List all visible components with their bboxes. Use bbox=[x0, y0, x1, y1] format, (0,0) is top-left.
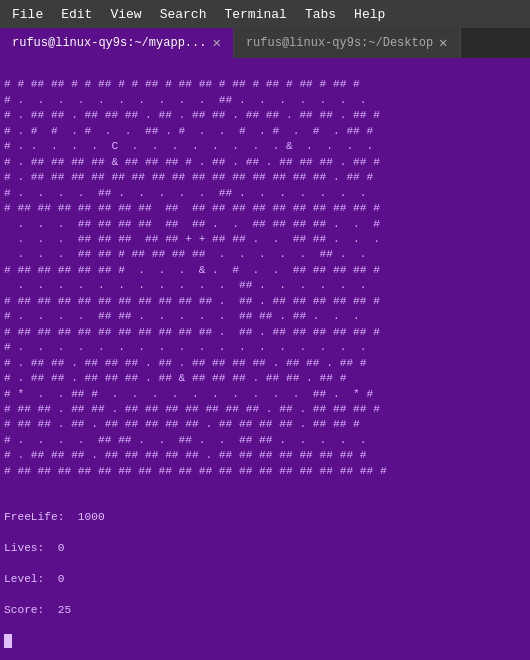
tab-1[interactable]: rufus@linux-qy9s:~/Desktop ✕ bbox=[234, 28, 461, 58]
menu-terminal[interactable]: Terminal bbox=[216, 5, 294, 24]
terminal-line-20: # * . . ## # . . . . . . . . . . ## . * … bbox=[4, 388, 373, 400]
menu-view[interactable]: View bbox=[102, 5, 149, 24]
menu-help[interactable]: Help bbox=[346, 5, 393, 24]
terminal-line-9: . . . ## ## ## ## ## ## . . ## ## ## ## … bbox=[4, 218, 380, 230]
terminal-line-8: # ## ## ## ## ## ## ## ## ## ## ## ## ##… bbox=[4, 202, 380, 214]
status-level: Level: 0 bbox=[4, 573, 64, 585]
tab-0-label: rufus@linux-qy9s:~/myapp... bbox=[12, 36, 206, 50]
terminal-line-4: # . . . . . C . . . . . . . . & . . . . bbox=[4, 140, 373, 152]
terminal-line-23: # . . . . ## ## . . ## . . ## ## . . . .… bbox=[4, 434, 367, 446]
terminal-line-24: # . ## ## ## . ## ## ## ## ## . ## ## ##… bbox=[4, 449, 367, 461]
tab-0[interactable]: rufus@linux-qy9s:~/myapp... ✕ bbox=[0, 28, 234, 58]
terminal-line-16: # ## ## ## ## ## ## ## ## ## ## . ## . #… bbox=[4, 326, 380, 338]
status-lives: Lives: 0 bbox=[4, 542, 64, 554]
terminal-line-14: # ## ## ## ## ## ## ## ## ## ## . ## . #… bbox=[4, 295, 380, 307]
terminal-line-21: # ## ## . ## ## . ## ## ## ## ## ## ## .… bbox=[4, 403, 380, 415]
terminal-line-13: . . . . . . . . . . . ## . . . . . . bbox=[4, 279, 367, 291]
terminal-line-11: . . . ## ## # ## ## ## ## . . . . . ## .… bbox=[4, 248, 367, 260]
terminal-content[interactable]: # # ## ## # # ## # # ## # ## ## # ## # #… bbox=[0, 58, 530, 660]
menu-search[interactable]: Search bbox=[152, 5, 215, 24]
tab-1-close[interactable]: ✕ bbox=[439, 36, 447, 50]
terminal-line-5: # . ## ## ## ## & ## ## ## # . ## . ## .… bbox=[4, 156, 380, 168]
status-score: Score: 25 bbox=[4, 604, 71, 616]
terminal-line-12: # ## ## ## ## ## # . . . & . # . . ## ##… bbox=[4, 264, 380, 276]
terminal-line-10: . . . ## ## ## ## ## + + ## ## . . ## ##… bbox=[4, 233, 380, 245]
tab-0-close[interactable]: ✕ bbox=[212, 36, 220, 50]
menu-edit[interactable]: Edit bbox=[53, 5, 100, 24]
menu-file[interactable]: File bbox=[4, 5, 51, 24]
terminal-line-22: # ## ## . ## . ## ## ## ## ## . ## ## ##… bbox=[4, 418, 360, 430]
terminal-line-3: # . # # . # . . ## . # . . # . # . # . #… bbox=[4, 125, 373, 137]
tab-bar: rufus@linux-qy9s:~/myapp... ✕ rufus@linu… bbox=[0, 28, 530, 58]
cursor bbox=[4, 634, 12, 648]
tab-1-label: rufus@linux-qy9s:~/Desktop bbox=[246, 36, 433, 50]
terminal-line-17: # . . . . . . . . . . . . . . . . . . bbox=[4, 341, 367, 353]
terminal-line-2: # . ## ## . ## ## ## . ## . ## ## . ## #… bbox=[4, 109, 380, 121]
status-freelife: FreeLife: 1000 bbox=[4, 511, 105, 523]
terminal-line-18: # . ## ## . ## ## ## . ## . ## ## ## ## … bbox=[4, 357, 367, 369]
terminal-line-6: # . ## ## ## ## ## ## ## ## ## ## ## ## … bbox=[4, 171, 373, 183]
terminal-line-0: # # ## ## # # ## # # ## # ## ## # ## # #… bbox=[4, 78, 360, 90]
terminal-line-19: # . ## ## . ## ## ## . ## & ## ## ## . #… bbox=[4, 372, 346, 384]
terminal-line-15: # . . . . ## ## . . . . . ## ## . ## . .… bbox=[4, 310, 360, 322]
terminal-line-1: # . . . . . . . . . . ## . . . . . . . bbox=[4, 94, 367, 106]
menu-tabs[interactable]: Tabs bbox=[297, 5, 344, 24]
menu-bar: File Edit View Search Terminal Tabs Help bbox=[0, 0, 530, 28]
terminal-line-25: # ## ## ## ## ## ## ## ## ## ## ## ## ##… bbox=[4, 465, 387, 477]
terminal-line-7: # . . . . ## . . . . . ## . . . . . . . bbox=[4, 187, 367, 199]
